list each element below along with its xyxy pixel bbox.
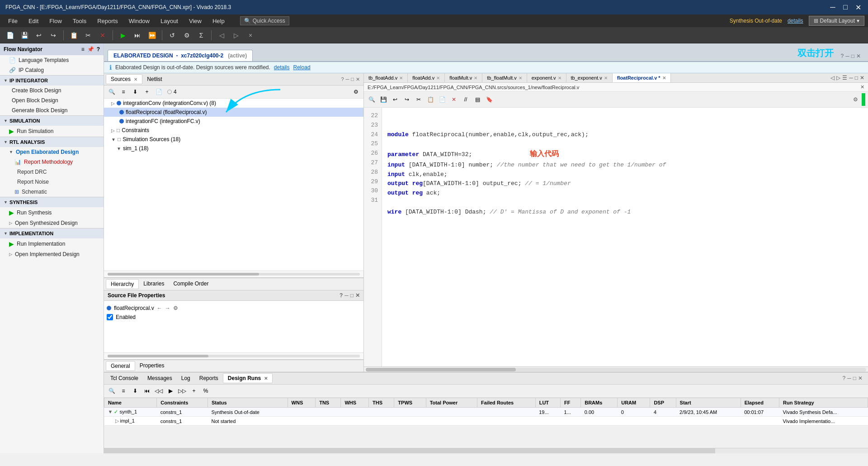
nav-section-synthesis[interactable]: ▼ SYNTHESIS xyxy=(0,197,104,207)
sources-close-icon[interactable]: ✕ xyxy=(356,76,360,82)
properties-tab[interactable]: Properties xyxy=(135,361,169,371)
ed-tab-close-tb-floatadd[interactable]: ✕ xyxy=(399,76,403,81)
nav-item-run-implementation[interactable]: ▶ Run Implementation xyxy=(0,238,104,249)
new-button[interactable]: 📄 xyxy=(4,29,16,42)
editor-close-panel-icon[interactable]: ✕ xyxy=(860,75,864,81)
messages-tab[interactable]: Messages xyxy=(143,374,177,383)
editor-tab-floatmult[interactable]: floatMult.v ✕ xyxy=(445,73,482,82)
nav-item-run-simulation[interactable]: ▶ Run Simulation xyxy=(0,126,104,137)
editor-tab-tb-floatmult[interactable]: tb_floatMult.v ✕ xyxy=(482,73,527,82)
editor-bookmark-button[interactable]: 🔖 xyxy=(484,95,494,105)
menu-window[interactable]: Window xyxy=(124,16,154,26)
tool2-button[interactable]: ▷ xyxy=(230,29,242,42)
dr-first-button[interactable]: ⏮ xyxy=(142,386,152,396)
dr-prev-button[interactable]: ◁◁ xyxy=(154,386,164,396)
tool3-button[interactable]: × xyxy=(244,29,257,42)
help-icon[interactable]: ? xyxy=(841,53,844,59)
nav-subitem-schematic[interactable]: ⊞ Schematic xyxy=(0,187,104,197)
redo-button[interactable]: ↪ xyxy=(47,29,60,42)
editor-block-button[interactable]: ▤ xyxy=(472,95,482,105)
nav-section-rtl-analysis[interactable]: ▼ RTL ANALYSIS xyxy=(0,137,104,147)
enabled-checkbox[interactable] xyxy=(107,314,113,320)
sources-help-icon[interactable]: ? xyxy=(341,76,344,82)
editor-tab-tb-floatadd[interactable]: tb_floatAdd.v ✕ xyxy=(364,73,408,82)
sources-collapse-button[interactable]: ≡ xyxy=(118,87,128,97)
code-editor[interactable]: 22 23 24 25 26 27 28 29 30 31 module flo… xyxy=(364,108,868,366)
table-row-impl1[interactable]: ▷ impl_1 constrs_1 Not started xyxy=(104,417,868,426)
elaborated-design-tab[interactable]: ELABORATED DESIGN - xc7z020clg400-2 (act… xyxy=(108,50,253,61)
reports-tab[interactable]: Reports xyxy=(195,374,223,383)
next-button[interactable]: ⏩ xyxy=(146,29,158,42)
bottom-max-icon[interactable]: □ xyxy=(853,375,856,381)
bottom-min-icon[interactable]: ─ xyxy=(847,375,851,381)
minimize-button[interactable]: ─ xyxy=(828,3,837,12)
tree-item-sim1[interactable]: ▼ sim_1 (18) xyxy=(104,144,363,153)
nav-section-ip-integrator[interactable]: ▼ IP INTEGRATOR xyxy=(0,75,104,86)
editor-save-button[interactable]: 💾 xyxy=(378,95,388,105)
editor-paste-button[interactable]: 📄 xyxy=(437,95,447,105)
editor-tab-exponent[interactable]: exponent.v ✕ xyxy=(527,73,566,82)
editor-search-button[interactable]: 🔍 xyxy=(367,95,377,105)
layout-selector[interactable]: ⊞ Default Layout ▾ xyxy=(809,16,864,26)
props-help-icon[interactable]: ? xyxy=(340,292,343,299)
sigma-button[interactable]: Σ xyxy=(195,29,208,42)
nav-section-simulation[interactable]: ▼ SIMULATION xyxy=(0,115,104,126)
delete-button[interactable]: ✕ xyxy=(96,29,109,42)
close-button[interactable]: ✕ xyxy=(854,3,863,12)
tool1-button[interactable]: ◁ xyxy=(215,29,228,42)
sources-expand-button[interactable]: ⬇ xyxy=(130,87,140,97)
menu-help[interactable]: Help xyxy=(208,16,229,26)
sources-tab-close[interactable]: ✕ xyxy=(134,77,137,82)
reset-button[interactable]: ↺ xyxy=(166,29,179,42)
editor-tab-floatadd[interactable]: floatAdd.v ✕ xyxy=(408,73,445,82)
nav-item-generate-block-design[interactable]: Generate Block Design xyxy=(0,105,104,115)
editor-delete-button[interactable]: ✕ xyxy=(449,95,459,105)
netlist-tab[interactable]: Netlist xyxy=(142,75,166,84)
editor-settings-icon[interactable]: ⚙ xyxy=(853,96,858,103)
ed-tab-close-exponent[interactable]: ✕ xyxy=(558,76,561,81)
nav-item-language-templates[interactable]: 📄 Language Templates xyxy=(0,55,104,65)
editor-tab-float-reciprocal[interactable]: floatReciprocal.v * ✕ xyxy=(613,73,671,82)
prop-settings-icon[interactable]: ⚙ xyxy=(173,305,178,311)
editor-max-icon[interactable]: □ xyxy=(855,75,858,81)
sources-add-button[interactable]: + xyxy=(142,87,152,97)
tree-item-integration-fc[interactable]: integrationFC (integrationFC.v) xyxy=(104,117,363,126)
undo-button[interactable]: ↩ xyxy=(33,29,45,42)
run-button[interactable]: ▶ xyxy=(117,29,129,42)
dr-add-button[interactable]: + xyxy=(189,386,199,396)
editor-redo-button[interactable]: ↪ xyxy=(402,95,412,105)
editor-next-tab-icon[interactable]: ▷ xyxy=(836,75,840,81)
dr-expand-button[interactable]: ⬇ xyxy=(130,386,140,396)
minimize-panel-icon[interactable]: ─ xyxy=(845,53,849,59)
editor-list-tabs-icon[interactable]: ☰ xyxy=(842,75,847,81)
notify-reload-link[interactable]: Reload xyxy=(293,64,311,71)
tree-item-float-reciprocal[interactable]: floatReciprocal (floatReciprocal.v) xyxy=(104,108,363,117)
bottom-hscroll[interactable] xyxy=(104,448,868,453)
libraries-tab[interactable]: Libraries xyxy=(139,279,169,289)
nav-item-create-block-design[interactable]: Create Block Design xyxy=(0,86,104,95)
tree-item-integration-conv[interactable]: ▷ integrationConv (integrationConv.v) (8… xyxy=(104,99,363,108)
props-close-icon[interactable]: ✕ xyxy=(355,292,360,299)
notify-details-link[interactable]: details xyxy=(274,64,290,71)
editor-hscroll[interactable] xyxy=(364,366,868,372)
menu-layout[interactable]: Layout xyxy=(156,16,183,26)
ed-tab-close-floatmult[interactable]: ✕ xyxy=(474,76,477,81)
sources-view-button[interactable]: 📄 xyxy=(154,87,164,97)
nav-item-run-synthesis[interactable]: ▶ Run Synthesis xyxy=(0,207,104,218)
bottom-close-icon[interactable]: ✕ xyxy=(858,375,863,381)
dr-search-button[interactable]: 🔍 xyxy=(107,386,117,396)
compile-order-tab[interactable]: Compile Order xyxy=(169,279,213,289)
nav-subitem-report-noise[interactable]: Report Noise xyxy=(0,177,104,187)
quick-access-search[interactable]: 🔍 Quick Access xyxy=(240,16,289,25)
dr-run-button[interactable]: ▶ xyxy=(165,386,175,396)
nav-item-open-block-design[interactable]: Open Block Design xyxy=(0,95,104,105)
tree-item-constraints[interactable]: ▷ □ Constraints xyxy=(104,126,363,135)
step-button[interactable]: ⏭ xyxy=(131,29,144,42)
ed-tab-close-tb-exponent[interactable]: ✕ xyxy=(604,76,608,81)
copy-button[interactable]: 📋 xyxy=(67,29,80,42)
menu-tools[interactable]: Tools xyxy=(68,16,91,26)
bottom-help-icon[interactable]: ? xyxy=(843,375,846,381)
general-tab[interactable]: General xyxy=(106,361,135,371)
tree-item-sim-sources[interactable]: ▼ □ Simulation Sources (18) xyxy=(104,135,363,144)
menu-file[interactable]: File xyxy=(4,16,22,26)
